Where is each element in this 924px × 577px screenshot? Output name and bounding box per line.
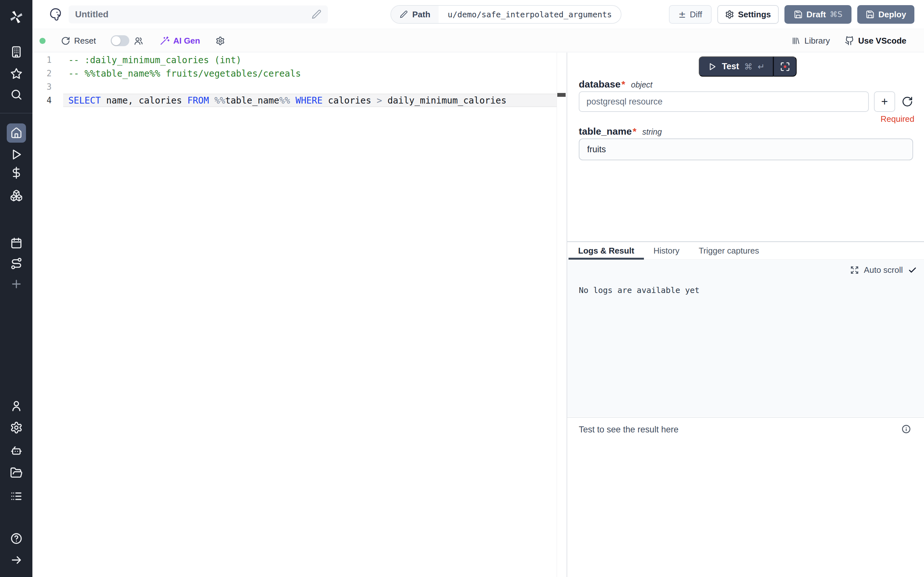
path-value[interactable]: u/demo/safe_interpolated_arguments [439, 6, 621, 23]
script-title-field[interactable] [69, 5, 328, 23]
help-circle-icon [10, 532, 23, 545]
refresh-resources-button[interactable] [901, 96, 913, 107]
path-label: Path [412, 10, 430, 19]
sidebar-item-schedules[interactable] [7, 234, 26, 253]
save-icon [866, 10, 875, 19]
building-icon [10, 45, 23, 58]
refresh-icon [61, 36, 70, 45]
tab-trigger-captures[interactable]: Trigger captures [689, 242, 769, 259]
required-hint: Required [880, 114, 914, 124]
sidebar-item-triggers[interactable] [7, 254, 26, 273]
ai-gen-label: AI Gen [173, 36, 200, 46]
script-title-input[interactable] [75, 9, 311, 19]
sidebar-item-audit-logs[interactable] [7, 487, 26, 506]
sidebar-item-user[interactable] [7, 396, 26, 416]
play-icon [10, 148, 23, 161]
sidebar-item-expand[interactable] [7, 550, 26, 570]
sidebar-item-favorites[interactable] [7, 64, 26, 83]
boxes-icon [10, 189, 23, 202]
database-input[interactable] [579, 91, 869, 112]
table-name-input[interactable] [579, 139, 913, 160]
library-button[interactable]: Library [791, 36, 830, 46]
reset-label: Reset [74, 36, 96, 46]
windmill-script-editor: Path u/demo/safe_interpolated_arguments … [0, 0, 924, 577]
sidebar-item-home[interactable] [7, 123, 26, 143]
sidebar-item-workers[interactable] [7, 441, 26, 460]
tab-logs-result[interactable]: Logs & Result [569, 242, 644, 259]
cmd-key-icon: ⌘ [744, 62, 753, 71]
wand-sparkles-icon [160, 36, 170, 45]
path-label-section: Path [391, 6, 439, 23]
code-text: -- :daily_minimum_calories (int) [52, 55, 241, 65]
tab-label: Logs & Result [578, 246, 634, 256]
test-button[interactable]: Test ⌘ ↵ [699, 56, 774, 77]
edit-path-pencil-icon [399, 10, 408, 19]
code-line[interactable]: 1-- :daily_minimum_calories (int) [32, 53, 567, 67]
sidebar-item-help[interactable] [7, 529, 26, 548]
diff-icon: ± [678, 9, 686, 20]
status-dot [39, 38, 45, 44]
sidebar [0, 0, 32, 577]
line-number: 2 [32, 69, 52, 78]
toolbar-right: Library Use VScode [791, 36, 906, 46]
play-icon [708, 62, 717, 71]
checkmark-icon[interactable] [908, 266, 917, 275]
database-field-label: database * object [579, 79, 652, 90]
list-icon [10, 490, 23, 503]
deploy-label: Deploy [879, 10, 906, 19]
library-label: Library [804, 36, 830, 46]
collaborators-button[interactable] [134, 36, 143, 45]
expand-icon[interactable] [850, 266, 859, 274]
field-type: string [642, 127, 662, 137]
code-line[interactable]: 2-- %%table_name%% fruits/vegetables/cer… [32, 67, 567, 80]
deploy-button[interactable]: Deploy [857, 5, 914, 24]
sidebar-item-runs[interactable] [7, 145, 26, 164]
save-icon [794, 10, 803, 19]
sidebar-item-add[interactable] [7, 274, 26, 293]
use-vscode-button[interactable]: Use VScode [845, 36, 906, 46]
postgresql-icon [48, 7, 63, 22]
edit-title-pencil-icon[interactable] [311, 9, 321, 19]
settings-button[interactable]: Settings [717, 5, 779, 24]
diff-button[interactable]: ± Diff [669, 5, 712, 24]
tab-label: Trigger captures [699, 246, 759, 256]
settings-label: Settings [738, 10, 771, 19]
code-text: SELECT name, calories FROM %%table_name%… [52, 95, 507, 106]
path-widget[interactable]: Path u/demo/safe_interpolated_arguments [391, 5, 622, 24]
auto-scroll-label: Auto scroll [864, 265, 903, 275]
gear-icon [725, 10, 734, 19]
ai-gen-button[interactable]: AI Gen [160, 36, 200, 46]
code-editor[interactable]: 1-- :daily_minimum_calories (int)2-- %%t… [32, 53, 567, 577]
toggle-knob [111, 36, 121, 45]
sidebar-item-folders[interactable] [7, 463, 26, 482]
add-resource-button[interactable]: + [874, 91, 895, 112]
save-draft-button[interactable]: Draft ⌘S [784, 5, 851, 24]
header-actions: ± Diff Settings Draft ⌘S Deploy [669, 5, 924, 24]
test-button-group: Test ⌘ ↵ [699, 56, 796, 77]
diff-mode-toggle[interactable] [111, 35, 129, 46]
sidebar-item-variables[interactable] [7, 163, 26, 182]
run-panel: Test ⌘ ↵ database * object + Required ta… [567, 53, 924, 577]
code-line[interactable]: 4SELECT name, calories FROM %%table_name… [32, 93, 567, 107]
arrow-right-icon [10, 554, 23, 566]
code-line[interactable]: 3 [32, 80, 567, 93]
test-label: Test [722, 61, 739, 71]
script-settings-button[interactable] [216, 36, 225, 45]
bottom-tabs: Logs & Result History Trigger captures [567, 242, 924, 259]
logs-pane: Auto scroll No logs are available yet [567, 260, 924, 416]
reset-button[interactable]: Reset [61, 36, 96, 46]
sidebar-item-search[interactable] [7, 85, 26, 104]
sidebar-item-workspace[interactable] [7, 42, 26, 61]
capture-button[interactable] [774, 56, 796, 77]
users-icon [134, 36, 143, 45]
sidebar-item-settings[interactable] [7, 418, 26, 437]
result-pane: Test to see the result here [567, 417, 924, 577]
gear-icon [10, 421, 23, 434]
sidebar-item-resources[interactable] [7, 186, 26, 205]
plus-icon [10, 277, 23, 290]
tab-history[interactable]: History [644, 242, 689, 259]
info-icon[interactable] [901, 424, 911, 434]
windmill-logo-icon[interactable] [8, 9, 24, 25]
line-number: 4 [32, 95, 52, 105]
editor-toolbar: Reset AI Gen Library Use VScode [32, 29, 924, 52]
